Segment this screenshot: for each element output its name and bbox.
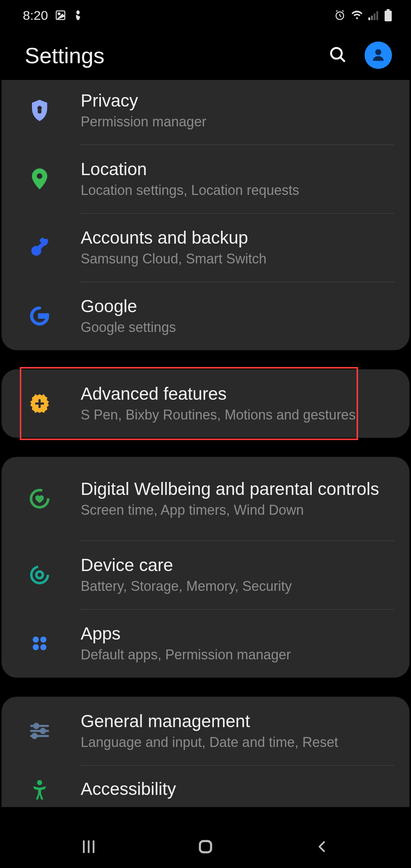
apps-grid-icon bbox=[28, 632, 51, 655]
settings-row-accounts[interactable]: Accounts and backup Samsung Cloud, Smart… bbox=[2, 213, 409, 282]
row-subtitle: Screen time, App timers, Wind Down bbox=[81, 501, 390, 519]
row-title: Digital Wellbeing and parental controls bbox=[81, 479, 390, 499]
settings-list[interactable]: Privacy Permission manager Location Loca… bbox=[0, 80, 411, 826]
svg-point-21 bbox=[40, 637, 46, 643]
row-title: Privacy bbox=[81, 91, 390, 111]
recents-icon bbox=[80, 838, 97, 856]
svg-rect-7 bbox=[385, 11, 392, 21]
svg-point-20 bbox=[33, 637, 39, 643]
svg-point-30 bbox=[37, 780, 42, 785]
row-subtitle: Permission manager bbox=[81, 113, 390, 130]
svg-rect-5 bbox=[374, 13, 376, 20]
svg-rect-13 bbox=[38, 110, 41, 113]
silhouette-icon bbox=[73, 10, 83, 21]
svg-point-14 bbox=[37, 173, 43, 179]
row-title: Google bbox=[81, 296, 390, 316]
battery-icon bbox=[384, 9, 392, 21]
home-button[interactable] bbox=[190, 836, 221, 858]
settings-group: Digital Wellbeing and parental controls … bbox=[2, 457, 409, 678]
settings-row-apps[interactable]: Apps Default apps, Permission manager bbox=[2, 609, 409, 678]
device-care-icon bbox=[28, 563, 51, 586]
svg-point-19 bbox=[36, 571, 43, 578]
heart-ring-icon bbox=[28, 487, 51, 510]
settings-row-device-care[interactable]: Device care Battery, Storage, Memory, Se… bbox=[2, 541, 409, 609]
row-subtitle: Location settings, Location requests bbox=[81, 182, 390, 199]
account-button[interactable] bbox=[365, 41, 392, 69]
svg-point-25 bbox=[34, 724, 38, 728]
settings-row-advanced-features[interactable]: Advanced features S Pen, Bixby Routines,… bbox=[2, 369, 409, 438]
row-subtitle: Google settings bbox=[81, 319, 390, 336]
google-icon bbox=[28, 305, 51, 327]
row-title: Location bbox=[81, 159, 390, 179]
svg-rect-3 bbox=[368, 18, 370, 20]
picture-icon bbox=[55, 10, 66, 21]
app-header: Settings bbox=[0, 30, 411, 80]
svg-point-27 bbox=[41, 729, 45, 733]
home-icon bbox=[197, 838, 214, 856]
status-time: 8:20 bbox=[23, 8, 48, 23]
row-subtitle: Default apps, Permission manager bbox=[81, 646, 390, 663]
search-icon bbox=[329, 46, 347, 65]
accessibility-person-icon bbox=[28, 779, 51, 801]
row-title: General management bbox=[81, 711, 390, 731]
svg-point-9 bbox=[331, 48, 342, 59]
gear-plus-icon bbox=[28, 392, 51, 415]
settings-group: Advanced features S Pen, Bixby Routines,… bbox=[2, 369, 409, 438]
settings-row-accessibility[interactable]: Accessibility bbox=[2, 765, 409, 807]
svg-point-29 bbox=[32, 734, 37, 738]
page-title: Settings bbox=[25, 43, 105, 68]
location-icon bbox=[28, 168, 51, 190]
recents-button[interactable] bbox=[73, 836, 104, 858]
row-title: Apps bbox=[81, 624, 390, 644]
svg-rect-4 bbox=[371, 16, 373, 20]
settings-group: Privacy Permission manager Location Loca… bbox=[2, 80, 409, 350]
alarm-icon bbox=[334, 10, 346, 21]
navigation-bar bbox=[0, 826, 411, 868]
settings-row-privacy[interactable]: Privacy Permission manager bbox=[2, 80, 409, 145]
settings-row-general-management[interactable]: General management Language and input, D… bbox=[2, 697, 409, 765]
row-subtitle: Battery, Storage, Memory, Security bbox=[81, 578, 390, 595]
privacy-icon bbox=[28, 99, 51, 122]
svg-point-22 bbox=[33, 644, 39, 650]
sliders-icon bbox=[28, 720, 51, 742]
row-subtitle: Samsung Cloud, Smart Switch bbox=[81, 250, 390, 267]
svg-rect-6 bbox=[376, 11, 378, 20]
wifi-icon bbox=[351, 10, 363, 20]
status-bar: 8:20 bbox=[0, 0, 411, 30]
svg-point-1 bbox=[58, 13, 60, 15]
row-title: Accessibility bbox=[81, 779, 390, 799]
person-icon bbox=[370, 47, 386, 64]
svg-point-23 bbox=[40, 644, 46, 650]
svg-point-18 bbox=[31, 566, 48, 583]
svg-rect-8 bbox=[387, 9, 390, 11]
svg-rect-34 bbox=[200, 841, 211, 852]
signal-icon bbox=[368, 10, 379, 20]
row-subtitle: Language and input, Date and time, Reset bbox=[81, 734, 390, 751]
settings-group: General management Language and input, D… bbox=[2, 697, 409, 807]
back-button[interactable] bbox=[307, 836, 338, 858]
row-title: Device care bbox=[81, 555, 390, 575]
settings-row-location[interactable]: Location Location settings, Location req… bbox=[2, 145, 409, 213]
back-icon bbox=[315, 838, 329, 856]
settings-row-google[interactable]: Google Google settings bbox=[2, 282, 409, 350]
settings-row-wellbeing[interactable]: Digital Wellbeing and parental controls … bbox=[2, 457, 409, 541]
svg-line-10 bbox=[340, 57, 345, 62]
search-button[interactable] bbox=[327, 44, 349, 67]
row-subtitle: S Pen, Bixby Routines, Motions and gestu… bbox=[81, 406, 390, 423]
row-title: Accounts and backup bbox=[81, 228, 390, 248]
key-icon bbox=[28, 236, 51, 259]
row-title: Advanced features bbox=[81, 384, 390, 404]
svg-point-11 bbox=[375, 49, 381, 55]
